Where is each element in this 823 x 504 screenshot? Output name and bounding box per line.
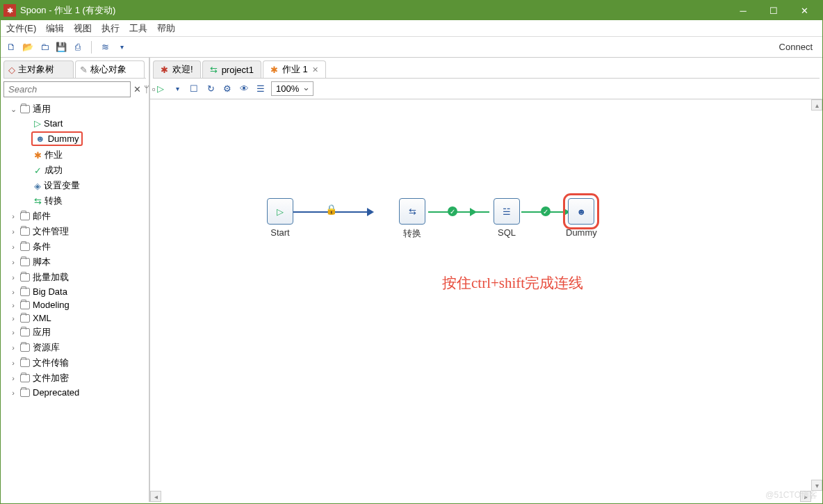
app-logo-icon: ✱ — [3, 4, 16, 17]
maximize-button[interactable]: ☐ — [758, 1, 789, 20]
tab-job[interactable]: ✱作业 1✕ — [263, 60, 326, 78]
workarea: ✱欢迎! ⇆project1 ✱作业 1✕ ▷ ▾ ☐ ↻ ⚙ 👁 ☰ 100%… — [149, 58, 822, 502]
menu-file[interactable]: 文件(E) — [6, 22, 36, 35]
tree-folder[interactable]: ›条件 — [1, 239, 149, 254]
menu-edit[interactable]: 编辑 — [46, 22, 64, 35]
tab-project[interactable]: ⇆project1 — [202, 60, 261, 78]
menu-tools[interactable]: 工具 — [129, 22, 147, 35]
menu-help[interactable]: 帮助 — [157, 22, 175, 35]
sidebar: ◇主对象树 ✎核心对象 ✕ ᛘ ▫ ⌄通用 ▷Start ☻Dummy ✱作业 … — [1, 58, 149, 502]
titlebar: ✱ Spoon - 作业 1 (有变动) ─ ☐ ✕ — [1, 1, 822, 20]
tree-folder[interactable]: ›XML — [1, 311, 149, 325]
tree-folder[interactable]: ›应用 — [1, 325, 149, 340]
job-icon: ✱ — [34, 150, 42, 161]
connect-button[interactable]: Connect — [774, 42, 818, 52]
chevron-down-icon[interactable]: ▾ — [115, 41, 128, 54]
menu-view[interactable]: 视图 — [74, 22, 92, 35]
replay-icon[interactable]: ↻ — [204, 83, 217, 95]
tree-folder[interactable]: ›脚本 — [1, 254, 149, 270]
preview-icon[interactable]: 👁 — [238, 83, 250, 95]
node-dummy[interactable]: ☻ Dummy — [566, 198, 597, 238]
window-title: Spoon - 作业 1 (有变动) — [20, 4, 115, 17]
tree-folder[interactable]: ›邮件 — [1, 209, 149, 224]
watermark: @51CTO博客 — [765, 489, 817, 501]
run-icon[interactable]: ▷ — [154, 83, 167, 95]
close-tab-icon[interactable]: ✕ — [312, 65, 318, 74]
scroll-up-icon[interactable]: ▴ — [811, 99, 822, 111]
save-as-icon[interactable]: ⎙ — [72, 41, 84, 54]
stop-icon[interactable]: ☐ — [188, 83, 200, 95]
node-sql[interactable]: ☱ SQL — [494, 198, 520, 238]
menubar: 文件(E) 编辑 视图 执行 工具 帮助 — [1, 20, 822, 37]
tree-item-transform[interactable]: ⇆转换 — [1, 193, 149, 209]
check-circle-icon: ✓ — [541, 206, 551, 216]
check-circle-icon: ✓ — [448, 206, 457, 216]
scroll-left-icon[interactable]: ◂ — [150, 491, 161, 502]
job-icon: ✱ — [270, 65, 278, 75]
results-icon[interactable]: ☰ — [254, 83, 267, 95]
tab-welcome[interactable]: ✱欢迎! — [153, 60, 201, 78]
node-transform[interactable]: ⇆ 转换 — [399, 198, 425, 240]
tree-folder[interactable]: ›Deprecated — [1, 386, 149, 399]
clear-search-icon[interactable]: ✕ — [133, 84, 141, 95]
chevron-down-icon[interactable]: ▾ — [171, 83, 184, 95]
sidebar-tab-design[interactable]: ✎核心对象 — [75, 60, 145, 78]
tree-folder[interactable]: ›批量加载 — [1, 270, 149, 285]
check-icon: ✓ — [34, 165, 42, 176]
tree-item-success[interactable]: ✓成功 — [1, 163, 149, 178]
transform-icon: ⇆ — [210, 65, 218, 75]
sql-icon: ☱ — [503, 206, 511, 217]
tree-item-setvar[interactable]: ◈设置变量 — [1, 178, 149, 193]
search-input[interactable] — [3, 81, 131, 97]
play-icon: ▷ — [277, 206, 284, 217]
tree-folder-generic[interactable]: ⌄通用 — [1, 101, 149, 117]
tree-folder[interactable]: ›Modeling — [1, 298, 149, 311]
tree-item-dummy[interactable]: ☻Dummy — [31, 131, 83, 146]
sql-icon[interactable]: ⚙ — [221, 83, 234, 95]
dummy-icon: ☻ — [577, 206, 587, 217]
menu-action[interactable]: 执行 — [101, 22, 120, 35]
tree-item-start[interactable]: ▷Start — [1, 117, 149, 130]
new-file-icon[interactable]: 🗋 — [5, 41, 17, 54]
tree-folder[interactable]: ›Big Data — [1, 285, 149, 298]
main-toolbar: 🗋 📂 🗀 💾 ⎙ ≋ ▾ Connect — [1, 37, 822, 58]
component-tree: ⌄通用 ▷Start ☻Dummy ✱作业 ✓成功 ◈设置变量 ⇆转换 ›邮件›… — [1, 100, 149, 502]
zoom-select[interactable]: 100% — [271, 81, 313, 96]
open-icon[interactable]: 📂 — [22, 41, 34, 54]
annotation-text: 按住ctrl+shift完成连线 — [442, 273, 583, 293]
layers-icon[interactable]: ≋ — [99, 41, 111, 54]
close-button[interactable]: ✕ — [789, 1, 820, 20]
tree-item-job[interactable]: ✱作业 — [1, 147, 149, 163]
tree-folder[interactable]: ›文件传输 — [1, 355, 149, 371]
welcome-icon: ✱ — [161, 65, 168, 75]
job-canvas[interactable]: 🔒 ✓ ✓ ▷ Start ⇆ 转换 ☱ SQL ☻ Dummy — [150, 99, 822, 502]
expand-tree-icon[interactable]: ᛘ — [144, 84, 149, 95]
transform-icon: ⇆ — [34, 196, 42, 206]
lock-icon: 🔒 — [325, 204, 337, 215]
sidebar-tab-view[interactable]: ◇主对象树 — [3, 60, 74, 78]
tree-folder[interactable]: ›文件加密 — [1, 371, 149, 386]
transform-icon: ⇆ — [409, 206, 416, 217]
explore-icon[interactable]: 🗀 — [38, 41, 51, 54]
play-icon: ▷ — [34, 118, 41, 129]
save-icon[interactable]: 💾 — [55, 41, 67, 54]
node-start[interactable]: ▷ Start — [267, 198, 293, 238]
canvas-toolbar: ▷ ▾ ☐ ↻ ⚙ 👁 ☰ 100% — [150, 79, 822, 99]
minimize-button[interactable]: ─ — [728, 1, 758, 20]
tree-folder[interactable]: ›文件管理 — [1, 224, 149, 239]
tree-folder[interactable]: ›资源库 — [1, 340, 149, 355]
tag-icon: ◈ — [34, 181, 41, 191]
dummy-icon: ☻ — [35, 133, 45, 144]
